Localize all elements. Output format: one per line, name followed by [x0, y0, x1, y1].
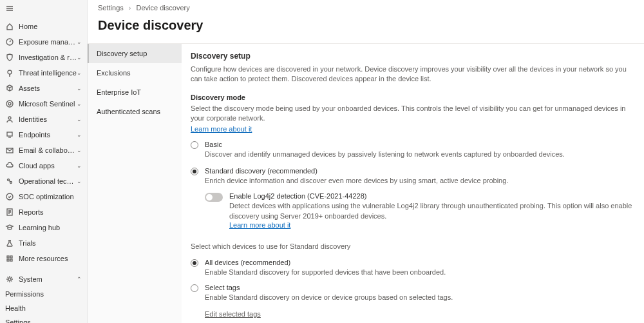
sidebar-item-assets[interactable]: Assets⌄	[0, 81, 87, 96]
edit-selected-tags-link[interactable]: Edit selected tags	[205, 310, 261, 318]
sidebar-item-investigation-response[interactable]: Investigation & response⌄	[0, 50, 87, 65]
gauge-icon	[5, 37, 14, 46]
discovery-mode-label: Discovery mode	[191, 93, 635, 101]
sidebar-item-cloud-apps[interactable]: Cloud apps⌄	[0, 158, 87, 173]
chevron-down-icon: ⌄	[77, 147, 82, 153]
subnav-item-discovery-setup[interactable]: Discovery setup	[88, 44, 182, 63]
subnav: Discovery setupExclusionsEnterprise IoTA…	[88, 44, 182, 323]
radio-basic-title: Basic	[205, 141, 635, 148]
sidebar-item-soc-optimization[interactable]: SOC optimization	[0, 189, 87, 204]
sidebar-item-label: Investigation & response	[19, 54, 77, 61]
subnav-item-authenticated-scans[interactable]: Authenticated scans	[88, 102, 182, 121]
radio-all-devices[interactable]: All devices (recommended) Enable Standar…	[191, 259, 635, 277]
sidebar-item-label: SOC optimization	[19, 193, 82, 201]
chevron-down-icon: ⌄	[77, 132, 82, 138]
sidebar-item-health[interactable]: Health	[0, 301, 87, 315]
breadcrumb-current: Device discovery	[137, 4, 190, 12]
chevron-down-icon: ⌄	[77, 178, 82, 184]
devices-section-label: Select which devices to use for Standard…	[191, 242, 635, 251]
sidebar-item-label: Assets	[19, 84, 77, 92]
chevron-down-icon: ⌄	[77, 162, 82, 169]
soc-icon	[5, 192, 14, 201]
subnav-item-enterprise-iot[interactable]: Enterprise IoT	[88, 83, 182, 102]
home-icon	[5, 22, 14, 31]
hamburger-icon	[5, 4, 14, 13]
sidebar-item-label: Identities	[19, 115, 77, 123]
svg-rect-13	[7, 259, 9, 261]
breadcrumb: Settings › Device discovery	[88, 0, 644, 13]
radio-input-all-devices[interactable]	[191, 259, 198, 267]
sidebar-item-label: Cloud apps	[19, 162, 77, 170]
chevron-down-icon: ⌄	[77, 54, 82, 61]
sidebar-item-identities[interactable]: Identities⌄	[0, 112, 87, 127]
discovery-mode-desc: Select the discovery mode being used by …	[191, 104, 635, 124]
svg-point-4	[8, 117, 11, 119]
radio-input-basic[interactable]	[191, 141, 198, 149]
svg-rect-5	[7, 132, 12, 136]
chevron-down-icon: ⌄	[77, 101, 82, 107]
svg-point-3	[8, 103, 11, 105]
sidebar-item-permissions[interactable]: Permissions	[0, 287, 87, 301]
sidebar-item-email-collaboration[interactable]: Email & collaboration⌄	[0, 142, 87, 158]
sidebar-item-label: More resources	[19, 255, 82, 262]
svg-point-1	[8, 70, 12, 74]
svg-rect-12	[10, 256, 12, 258]
sidebar-item-label: Email & collaboration	[19, 146, 77, 154]
cube-icon	[5, 84, 14, 93]
sidebar-item-home[interactable]: Home	[0, 19, 87, 34]
radio-all-devices-title: All devices (recommended)	[205, 259, 635, 266]
chevron-down-icon: ⌄	[77, 116, 82, 122]
sidebar-item-label: Reports	[19, 208, 82, 216]
sidebar-item-label: Operational technology	[19, 177, 77, 185]
menu-toggle[interactable]	[0, 0, 87, 19]
radio-all-devices-desc: Enable Standard discovery for supported …	[205, 268, 635, 277]
sidebar-item-endpoints[interactable]: Endpoints⌄	[0, 127, 87, 142]
sidebar-item-microsoft-sentinel[interactable]: Microsoft Sentinel⌄	[0, 96, 87, 112]
mail-icon	[5, 146, 14, 155]
sidebar-item-settings[interactable]: Settings	[0, 315, 87, 323]
chevron-down-icon: ⌄	[77, 85, 82, 92]
radio-select-tags[interactable]: Select tags Enable Standard discovery on…	[191, 284, 635, 302]
radio-standard-desc: Enrich device information and discover e…	[205, 176, 635, 186]
radio-select-tags-title: Select tags	[205, 284, 635, 291]
svg-point-9	[6, 193, 13, 200]
log4j-learn-more-link[interactable]: Learn more about it	[229, 221, 290, 229]
sidebar-item-operational-technology[interactable]: Operational technology⌄	[0, 173, 87, 189]
sidebar-item-label: Trials	[19, 239, 82, 247]
chevron-down-icon: ⌄	[77, 39, 82, 45]
sidebar-item-label: Learning hub	[19, 224, 82, 231]
sidebar-item-learning-hub[interactable]: Learning hub	[0, 220, 87, 235]
bulb-icon	[5, 68, 14, 77]
svg-point-15	[8, 278, 11, 280]
radio-select-tags-desc: Enable Standard discovery on device or d…	[205, 293, 635, 302]
sidebar-item-exposure-management[interactable]: Exposure management⌄	[0, 34, 87, 50]
sidebar: HomeExposure management⌄Investigation & …	[0, 0, 88, 323]
radio-input-standard[interactable]	[191, 168, 198, 175]
sidebar-item-reports[interactable]: Reports	[0, 204, 87, 220]
grid-icon	[5, 254, 14, 263]
chevron-up-icon: ⌃	[77, 276, 82, 282]
report-icon	[5, 208, 14, 217]
learn-more-link[interactable]: Learn more about it	[191, 125, 252, 133]
radio-standard[interactable]: Standard discovery (recommended) Enrich …	[191, 167, 635, 229]
radio-input-select-tags[interactable]	[191, 284, 198, 292]
sidebar-item-system[interactable]: System⌃	[0, 271, 87, 287]
radio-basic[interactable]: Basic Discover and identify unmanaged de…	[191, 141, 635, 159]
log4j-toggle[interactable]	[205, 193, 223, 202]
settings-panel: Discovery setup Configure how devices ar…	[182, 44, 644, 323]
page-title: Device discovery	[88, 13, 644, 43]
sidebar-item-threat-intelligence[interactable]: Threat intelligence⌄	[0, 65, 87, 81]
shield-icon	[5, 53, 14, 62]
sidebar-item-label: Home	[19, 23, 82, 30]
ot-icon	[5, 177, 14, 186]
log4j-desc: Detect devices with applications using t…	[229, 201, 635, 221]
sidebar-item-label: Microsoft Sentinel	[19, 100, 77, 108]
svg-rect-11	[7, 256, 9, 258]
sidebar-item-more-resources[interactable]: More resources	[0, 251, 87, 266]
sidebar-item-trials[interactable]: Trials	[0, 235, 87, 251]
sidebar-item-label: System	[19, 275, 77, 283]
endpoint-icon	[5, 130, 14, 139]
breadcrumb-root[interactable]: Settings	[98, 4, 124, 12]
subnav-item-exclusions[interactable]: Exclusions	[88, 63, 182, 83]
chevron-down-icon: ⌄	[77, 70, 82, 76]
